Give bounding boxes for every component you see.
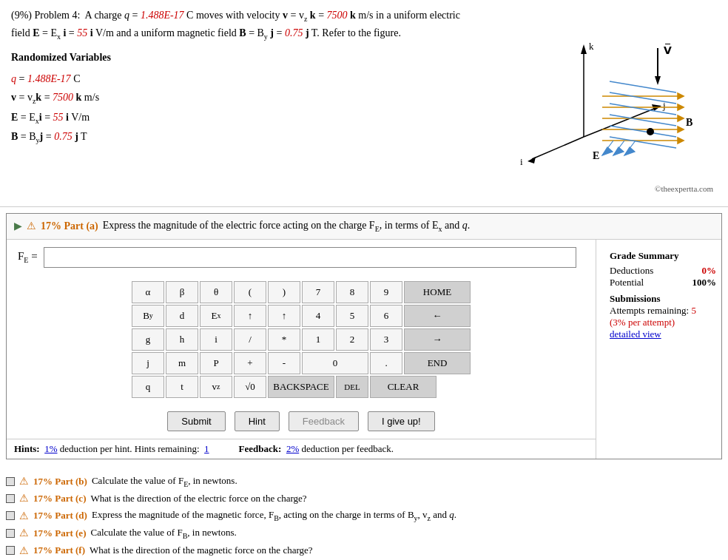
part-f-checkbox[interactable] bbox=[6, 546, 15, 555]
feedback-text: Feedback: 2% deduction per feedback. bbox=[239, 443, 394, 455]
key-9[interactable]: 9 bbox=[370, 281, 402, 303]
key-clear[interactable]: CLEAR bbox=[370, 376, 437, 398]
key-i[interactable]: i bbox=[200, 328, 232, 351]
key-P[interactable]: P bbox=[200, 352, 232, 374]
key-right[interactable]: → bbox=[404, 328, 471, 351]
key-4[interactable]: 4 bbox=[302, 305, 334, 327]
hints-remaining[interactable]: 1 bbox=[204, 443, 209, 454]
key-beta[interactable]: β bbox=[166, 281, 198, 303]
key-minus[interactable]: - bbox=[268, 352, 300, 374]
part-f-row: ⚠ 17% Part (f) What is the direction of … bbox=[6, 542, 722, 559]
key-g[interactable]: g bbox=[132, 328, 164, 351]
part-e-row: ⚠ 17% Part (e) Calculate the value of FB… bbox=[6, 524, 722, 542]
grade-summary-title: Grade Summary bbox=[610, 250, 716, 262]
var-B-line: B = Byj = 0.75 j T bbox=[11, 127, 480, 147]
key-sqrt[interactable]: √0 bbox=[234, 376, 266, 398]
part-b-warning: ⚠ bbox=[19, 475, 29, 488]
svg-text:k: k bbox=[589, 41, 594, 52]
key-del[interactable]: DEL bbox=[336, 376, 368, 398]
key-up1[interactable]: ↑ bbox=[234, 305, 266, 327]
e-value: 55 bbox=[77, 27, 87, 38]
key-dot[interactable]: . bbox=[370, 352, 402, 374]
key-d[interactable]: d bbox=[166, 305, 198, 327]
part-f-label: 17% Part (f) bbox=[33, 544, 85, 556]
part-e-checkbox[interactable] bbox=[6, 529, 15, 538]
key-slash[interactable]: / bbox=[234, 328, 266, 351]
submissions-area: Submissions Attempts remaining: 5 (3% pe… bbox=[610, 293, 716, 340]
key-backspace[interactable]: BACKSPACE bbox=[268, 376, 334, 398]
key-2[interactable]: 2 bbox=[336, 328, 368, 351]
hint-button[interactable]: Hint bbox=[235, 411, 280, 431]
key-8[interactable]: 8 bbox=[336, 281, 368, 303]
keypad: α β θ ( ) 7 8 9 HOME By d Ex ↑ ↑ 4 5 bbox=[132, 281, 471, 398]
svg-marker-14 bbox=[678, 93, 684, 99]
key-star[interactable]: * bbox=[268, 328, 300, 351]
copyright: ©theexpertta.com bbox=[480, 184, 717, 193]
key-By[interactable]: By bbox=[132, 305, 164, 327]
problem-header: (9%) Problem 4: bbox=[11, 10, 80, 21]
var-E-val: 55 bbox=[53, 112, 64, 123]
part-e-label: 17% Part (e) bbox=[33, 527, 86, 539]
play-icon[interactable]: ▶ bbox=[14, 220, 22, 232]
key-Ex[interactable]: Ex bbox=[200, 305, 232, 327]
part-c-checkbox[interactable] bbox=[6, 494, 15, 503]
key-3[interactable]: 3 bbox=[370, 328, 402, 351]
submit-button[interactable]: Submit bbox=[167, 411, 225, 431]
svg-marker-15 bbox=[678, 104, 684, 110]
part-d-warning: ⚠ bbox=[19, 510, 29, 522]
svg-line-6 bbox=[532, 137, 584, 159]
input-label: FE = bbox=[18, 250, 38, 264]
key-left[interactable]: ← bbox=[404, 305, 471, 327]
attempts-value: 5 bbox=[691, 305, 696, 316]
key-home[interactable]: HOME bbox=[404, 281, 471, 303]
answer-input[interactable] bbox=[44, 247, 576, 268]
key-t[interactable]: t bbox=[166, 376, 198, 398]
key-m[interactable]: m bbox=[166, 352, 198, 374]
figure-area: k j i bbox=[480, 7, 717, 199]
svg-text:B: B bbox=[686, 117, 692, 128]
detailed-view-link[interactable]: detailed view bbox=[610, 328, 661, 340]
svg-marker-35 bbox=[624, 147, 635, 155]
potential-label: Potential bbox=[610, 277, 644, 289]
key-alpha[interactable]: α bbox=[132, 281, 164, 303]
var-E-line: E = Exi = 55 i V/m bbox=[11, 108, 480, 128]
key-rparen[interactable]: ) bbox=[268, 281, 300, 303]
part-a-header-left: ▶ ⚠ 17% Part (a) Express the magnitude o… bbox=[14, 220, 470, 233]
give-up-button[interactable]: I give up! bbox=[368, 411, 435, 431]
part-a-header: ▶ ⚠ 17% Part (a) Express the magnitude o… bbox=[7, 214, 721, 240]
part-f-text: What is the direction of the magnetic fo… bbox=[90, 544, 313, 556]
key-vz[interactable]: vz bbox=[200, 376, 232, 398]
key-theta[interactable]: θ bbox=[200, 281, 232, 303]
grade-summary-panel: Grade Summary Deductions 0% Potential 10… bbox=[596, 240, 721, 459]
key-1[interactable]: 1 bbox=[302, 328, 334, 351]
svg-text:V̅: V̅ bbox=[664, 44, 672, 56]
key-6[interactable]: 6 bbox=[370, 305, 402, 327]
svg-marker-33 bbox=[613, 147, 624, 155]
input-row: FE = bbox=[7, 240, 596, 275]
key-lparen[interactable]: ( bbox=[234, 281, 266, 303]
svg-line-20 bbox=[610, 92, 676, 104]
feedback-pct[interactable]: 2% bbox=[286, 443, 299, 454]
part-b-label: 17% Part (b) bbox=[33, 476, 87, 488]
svg-line-22 bbox=[610, 115, 676, 126]
part-b-text: Calculate the value of FE, in newtons. bbox=[92, 475, 237, 488]
svg-marker-7 bbox=[528, 157, 536, 163]
key-q[interactable]: q bbox=[132, 376, 164, 398]
part-f-warning: ⚠ bbox=[19, 544, 29, 557]
key-7[interactable]: 7 bbox=[302, 281, 334, 303]
part-a-main: FE = α β θ ( ) 7 8 9 HOME By d bbox=[7, 240, 596, 459]
key-h[interactable]: h bbox=[166, 328, 198, 351]
hint-link[interactable]: 1% bbox=[44, 443, 57, 454]
key-5[interactable]: 5 bbox=[336, 305, 368, 327]
key-j[interactable]: j bbox=[132, 352, 164, 374]
part-d-checkbox[interactable] bbox=[6, 511, 15, 520]
key-up2[interactable]: ↑ bbox=[268, 305, 300, 327]
per-attempt: (3% per attempt) bbox=[610, 317, 716, 328]
key-plus[interactable]: + bbox=[234, 352, 266, 374]
coordinate-figure: k j i bbox=[488, 11, 710, 181]
part-e-text: Calculate the value of FB, in newtons. bbox=[90, 527, 236, 540]
key-end[interactable]: END bbox=[404, 352, 471, 374]
part-b-checkbox[interactable] bbox=[6, 477, 15, 486]
grade-summary: Grade Summary Deductions 0% Potential 10… bbox=[604, 247, 722, 343]
key-0[interactable]: 0 bbox=[302, 352, 368, 374]
